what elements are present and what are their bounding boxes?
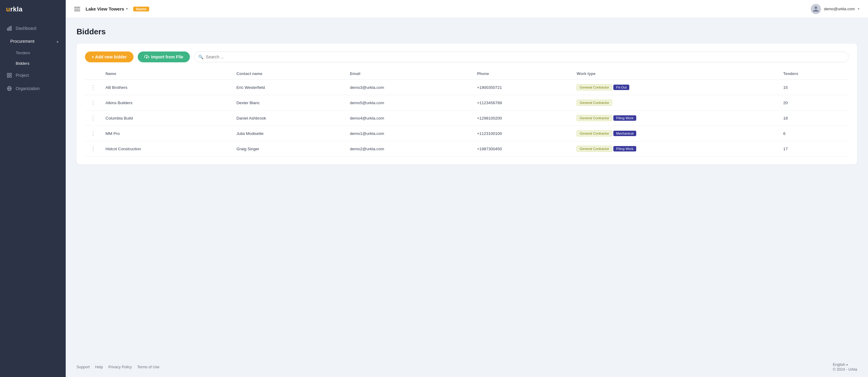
user-dropdown-arrow: ▾ [858,7,860,11]
work-type-tag: Piling Work [613,146,636,151]
row-contact: Daniel Ashbrook [232,110,346,126]
col-tenders: Tenders [779,69,849,80]
sidebar-item-dashboard[interactable]: Dashboard [0,22,66,35]
row-menu-button[interactable]: ⋮ [89,115,97,121]
col-email: Email [346,69,473,80]
toolbar: + Add new bidder Import from File 🔍 [85,52,849,62]
svg-rect-0 [7,28,8,30]
table-body: ⋮ AB Brothers Eric Westerfield demo3@urk… [85,80,849,157]
row-tenders: 17 [779,141,849,157]
tenders-label: Tenders [16,50,30,55]
row-contact: Julia Modisette [232,126,346,141]
language-selector[interactable]: English ▾ [833,363,857,367]
search-input[interactable] [194,52,849,62]
add-bidder-button[interactable]: + Add new bidder [85,52,133,62]
row-dots[interactable]: ⋮ [85,126,101,141]
table-row: ⋮ Columbia Build Daniel Ashbrook demo4@u… [85,110,849,126]
sidebar-item-procurement[interactable]: Procurement ▲ [0,35,66,47]
row-worktype: General ContractorFit-Out [572,80,779,95]
row-phone: +1123100100 [473,126,572,141]
work-type-tag: Fit-Out [613,84,629,90]
col-name: Name [101,69,232,80]
svg-rect-1 [9,27,10,30]
logo-text: urkla [6,5,23,13]
row-worktype: General ContractorPiling Work [572,110,779,126]
topbar: Lake View Towers ▾ Starter demo@urkla.co… [66,0,868,18]
sidebar-sub-item-bidders[interactable]: Bidders [0,58,66,69]
work-type-tag: General Contractor [577,115,612,121]
svg-rect-2 [10,26,11,30]
row-email: demo1@urkla.com [346,126,473,141]
project-name-text: Lake View Towers [86,6,124,11]
row-contact: Dexter Blanc [232,95,346,110]
row-contact: Eric Westerfield [232,80,346,95]
row-worktype: General Contractor [572,95,779,110]
row-menu-button[interactable]: ⋮ [89,146,97,151]
row-dots[interactable]: ⋮ [85,141,101,157]
row-email: demo4@urkla.com [346,110,473,126]
work-type-tag: Mechanical [613,131,636,136]
sidebar-item-project[interactable]: Project [0,69,66,82]
page-title: Bidders [76,27,857,36]
row-menu-button[interactable]: ⋮ [89,100,97,105]
row-phone: +1900350721 [473,80,572,95]
footer-terms-link[interactable]: Terms of Use [137,365,159,369]
row-tenders: 18 [779,110,849,126]
row-phone: +1987300450 [473,141,572,157]
col-actions [85,69,101,80]
row-tenders: 20 [779,95,849,110]
bidders-card: + Add new bidder Import from File 🔍 [76,44,857,164]
sidebar-nav: Dashboard Procurement ▲ Tenders Bidders [0,19,66,377]
language-label: English [833,363,845,367]
row-phone: +1298100200 [473,110,572,126]
bar-chart-icon [7,26,12,31]
import-label: Import from File [151,55,184,59]
work-type-tag: General Contractor [577,146,612,152]
row-dots[interactable]: ⋮ [85,110,101,126]
work-type-tag: General Contractor [577,130,612,136]
row-email: demo5@urkla.com [346,95,473,110]
user-icon [812,6,819,12]
row-menu-button[interactable]: ⋮ [89,131,97,136]
bidders-label: Bidders [16,61,30,66]
footer-links: Support Help Privacy Policy Terms of Use [76,365,159,369]
user-email: demo@urkla.com [824,7,855,11]
chevron-down-icon: ▲ [56,40,59,43]
table-row: ⋮ MM Pro Julia Modisette demo1@urkla.com… [85,126,849,141]
col-contact: Contact name [232,69,346,80]
work-type-tag: General Contractor [577,84,612,90]
row-menu-button[interactable]: ⋮ [89,84,97,90]
row-name: Atkins Builders [101,95,232,110]
globe-icon [7,86,12,91]
row-email: demo2@urkla.com [346,141,473,157]
search-wrap: 🔍 [194,52,849,62]
logo-u: u [6,5,10,13]
lang-chevron-icon: ▾ [846,363,848,367]
sidebar-item-organization[interactable]: Organization [0,82,66,95]
import-from-file-button[interactable]: Import from File [138,52,190,62]
project-selector[interactable]: Lake View Towers ▾ [86,6,128,11]
row-name: Columbia Build [101,110,232,126]
row-name: Hidcot Construction [101,141,232,157]
row-tenders: 6 [779,126,849,141]
col-worktype: Work type [572,69,779,80]
footer-help-link[interactable]: Help [95,365,103,369]
row-tenders: 15 [779,80,849,95]
row-dots[interactable]: ⋮ [85,80,101,95]
footer-privacy-link[interactable]: Privacy Policy [108,365,132,369]
search-icon: 🔍 [198,55,204,59]
user-menu[interactable]: demo@urkla.com ▾ [811,4,860,14]
grid-icon [7,73,12,78]
table-row: ⋮ Hidcot Construction Graig Singer demo2… [85,141,849,157]
sidebar-logo: urkla [0,0,66,19]
hamburger-menu[interactable] [74,7,80,11]
sidebar-sub-item-tenders[interactable]: Tenders [0,47,66,58]
upload-cloud-icon [144,55,149,59]
bidders-table: Name Contact name Email Phone Work type … [85,69,849,157]
main-area: Lake View Towers ▾ Starter demo@urkla.co… [66,0,868,377]
footer-support-link[interactable]: Support [76,365,90,369]
avatar [811,4,821,14]
row-worktype: General ContractorMechanical [572,126,779,141]
footer-right: English ▾ © 2024 - Urkla [833,363,857,372]
row-dots[interactable]: ⋮ [85,95,101,110]
